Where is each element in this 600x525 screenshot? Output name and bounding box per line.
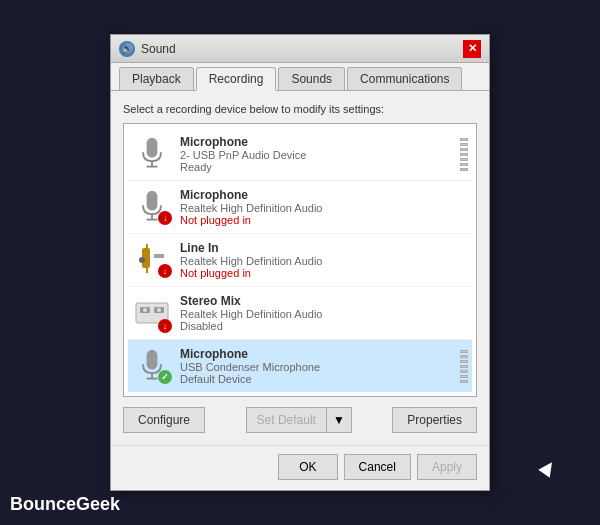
default-badge-5: ✓: [158, 370, 172, 384]
tab-playback[interactable]: Playback: [119, 67, 194, 90]
device-desc-4: Realtek High Definition Audio: [180, 308, 468, 320]
device-info-3: Line In Realtek High Definition Audio No…: [180, 241, 468, 279]
device-item-stereo-mix[interactable]: ↓ Stereo Mix Realtek High Definition Aud…: [128, 287, 472, 340]
not-plugged-badge-2: ↓: [158, 211, 172, 225]
action-buttons-row: Configure Set Default ▼ Properties: [123, 407, 477, 433]
bar-5: [460, 158, 468, 161]
svg-rect-0: [147, 138, 158, 158]
bar-4: [460, 153, 468, 156]
device-status-4: Disabled: [180, 320, 468, 332]
device-item-mic-condenser[interactable]: ✓ Microphone USB Condenser Microphone De…: [128, 340, 472, 392]
device-item-mic-usb[interactable]: Microphone 2- USB PnP Audio Device Ready: [128, 128, 472, 181]
microphone-icon-1: [136, 136, 168, 172]
device-status-5: Default Device: [180, 373, 452, 385]
set-default-group: Set Default ▼: [246, 407, 352, 433]
device-name-1: Microphone: [180, 135, 452, 149]
bar5-3: [460, 360, 468, 363]
device-name-4: Stereo Mix: [180, 294, 468, 308]
apply-button[interactable]: Apply: [417, 454, 477, 480]
device-info-4: Stereo Mix Realtek High Definition Audio…: [180, 294, 468, 332]
device-icon-wrap-4: ↓: [132, 293, 172, 333]
bar-2: [460, 143, 468, 146]
dialog-title: Sound: [141, 42, 176, 56]
device-desc-3: Realtek High Definition Audio: [180, 255, 468, 267]
svg-rect-9: [154, 254, 164, 258]
devices-list: Microphone 2- USB PnP Audio Device Ready: [123, 123, 477, 397]
device-name-5: Microphone: [180, 347, 452, 361]
svg-point-15: [157, 308, 161, 312]
disabled-badge-4: ↓: [158, 319, 172, 333]
device-status-2: Not plugged in: [180, 214, 468, 226]
device-item-line-in[interactable]: ↓ Line In Realtek High Definition Audio …: [128, 234, 472, 287]
device-desc-1: 2- USB PnP Audio Device: [180, 149, 452, 161]
bar5-1: [460, 350, 468, 353]
tabs-container: Playback Recording Sounds Communications: [111, 63, 489, 90]
set-default-arrow-button[interactable]: ▼: [326, 407, 352, 433]
title-bar: 🔊 Sound ✕: [111, 35, 489, 63]
bar5-6: [460, 375, 468, 378]
signal-bars-5: [460, 348, 468, 384]
sound-dialog: 🔊 Sound ✕ Playback Recording Sounds Comm…: [110, 34, 490, 491]
bar5-5: [460, 370, 468, 373]
device-info-5: Microphone USB Condenser Microphone Defa…: [180, 347, 452, 385]
instruction-text: Select a recording device below to modif…: [123, 103, 477, 115]
device-icon-wrap-2: ↓: [132, 187, 172, 227]
bar-6: [460, 163, 468, 166]
configure-button[interactable]: Configure: [123, 407, 205, 433]
bar5-4: [460, 365, 468, 368]
device-icon-wrap-5: ✓: [132, 346, 172, 386]
device-name-3: Line In: [180, 241, 468, 255]
sound-app-icon: 🔊: [119, 41, 135, 57]
cursor-indicator: [538, 458, 557, 477]
svg-rect-8: [146, 268, 148, 273]
close-button[interactable]: ✕: [463, 40, 481, 58]
bar-7: [460, 168, 468, 171]
signal-bars-1: [460, 136, 468, 172]
bar-3: [460, 148, 468, 151]
ok-button[interactable]: OK: [278, 454, 337, 480]
svg-rect-16: [147, 350, 158, 370]
svg-point-10: [139, 257, 145, 263]
svg-rect-7: [146, 244, 148, 249]
title-bar-left: 🔊 Sound: [119, 41, 176, 57]
not-plugged-badge-3: ↓: [158, 264, 172, 278]
device-desc-2: Realtek High Definition Audio: [180, 202, 468, 214]
properties-button[interactable]: Properties: [392, 407, 477, 433]
device-name-2: Microphone: [180, 188, 468, 202]
device-icon-wrap-1: [132, 134, 172, 174]
bar5-7: [460, 380, 468, 383]
bar-1: [460, 138, 468, 141]
bottom-buttons: OK Cancel Apply: [111, 445, 489, 490]
tab-communications[interactable]: Communications: [347, 67, 462, 90]
device-status-1: Ready: [180, 161, 452, 173]
svg-point-14: [143, 308, 147, 312]
tab-content: Select a recording device below to modif…: [111, 90, 489, 445]
device-icon-wrap-3: ↓: [132, 240, 172, 280]
device-info-2: Microphone Realtek High Definition Audio…: [180, 188, 468, 226]
tab-sounds[interactable]: Sounds: [278, 67, 345, 90]
device-info-1: Microphone 2- USB PnP Audio Device Ready: [180, 135, 452, 173]
tab-recording[interactable]: Recording: [196, 67, 277, 91]
device-desc-5: USB Condenser Microphone: [180, 361, 452, 373]
device-item-mic-realtek[interactable]: ↓ Microphone Realtek High Definition Aud…: [128, 181, 472, 234]
bar5-2: [460, 355, 468, 358]
cancel-button[interactable]: Cancel: [344, 454, 411, 480]
set-default-button[interactable]: Set Default: [246, 407, 326, 433]
svg-rect-3: [147, 191, 158, 211]
watermark: BounceGeek: [10, 494, 120, 515]
device-status-3: Not plugged in: [180, 267, 468, 279]
